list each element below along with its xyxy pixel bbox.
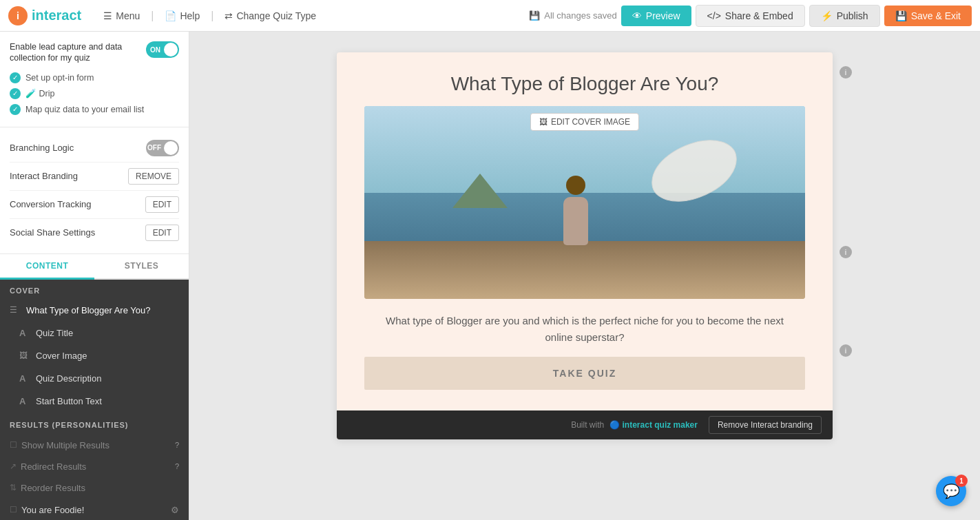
quiz-description: What type of Blogger are you and which i… bbox=[337, 299, 833, 357]
quiz-title-tree-label: What Type of Blogger Are You? bbox=[26, 305, 150, 315]
save-exit-button[interactable]: 💾 Save & Exit bbox=[884, 6, 972, 26]
quiz-card-title: What Type of Blogger Are You? bbox=[337, 52, 833, 106]
check-icon-3: ✓ bbox=[10, 104, 21, 115]
check-icon: ✓ bbox=[10, 72, 21, 83]
cover-image-edit-item[interactable]: 🖼 Cover Image bbox=[0, 344, 189, 367]
save-exit-icon: 💾 bbox=[895, 10, 907, 21]
main-layout: Enable lead capture and data collection … bbox=[0, 32, 980, 520]
interact-branding-label: Interact Branding bbox=[10, 171, 78, 181]
optin-label: Set up opt-in form bbox=[25, 73, 94, 83]
edit-social-button[interactable]: EDIT bbox=[145, 225, 179, 241]
change-quiz-type-button[interactable]: ⇄ Change Quiz Type bbox=[218, 7, 323, 25]
image-icon: 🖼 bbox=[539, 117, 548, 127]
menu-icon: ☰ bbox=[103, 10, 112, 21]
redirect-icon: ↗ bbox=[10, 461, 17, 471]
start-button-item-label: Start Button Text bbox=[36, 396, 102, 406]
content-style-tabs: CONTENT STYLES bbox=[0, 254, 189, 280]
quiz-description-edit-item[interactable]: A Quiz Description bbox=[0, 367, 189, 390]
info-dot-image[interactable]: i bbox=[840, 246, 852, 258]
bolt-icon: ⚡ bbox=[821, 10, 833, 21]
share-embed-button[interactable]: </> Share & Embed bbox=[696, 5, 805, 27]
brand-name: interact bbox=[32, 8, 81, 23]
main-content: What Type of Blogger Are You? bbox=[189, 32, 980, 520]
chat-notification-badge: 1 bbox=[955, 475, 968, 487]
cover-image-container: 🖼 EDIT COVER IMAGE bbox=[364, 106, 805, 299]
results-section: RESULTS (PERSONALITIES) ☐ Show Multiple … bbox=[0, 415, 189, 521]
toggle-off-label: OFF bbox=[147, 144, 161, 152]
conversion-tracking-label: Conversion Tracking bbox=[10, 199, 92, 209]
cover-section-header: COVER bbox=[0, 280, 189, 299]
redirect-help-icon[interactable]: ? bbox=[175, 462, 179, 470]
toggle-off-knob bbox=[164, 141, 178, 155]
top-nav: i interact ☰ Menu | 📄 Help | ⇄ Change Qu… bbox=[0, 0, 980, 32]
quiz-desc-letter-icon: A bbox=[19, 373, 30, 384]
remove-branding-button[interactable]: REMOVE bbox=[128, 168, 179, 185]
reorder-icon: ⇅ bbox=[10, 483, 17, 492]
quiz-title-item-label: Quiz Title bbox=[36, 328, 73, 338]
drag-icon: ☰ bbox=[10, 305, 21, 315]
publish-button[interactable]: ⚡ Publish bbox=[809, 5, 880, 27]
start-button-edit-item[interactable]: A Start Button Text bbox=[0, 390, 189, 413]
checkbox-icon: ☐ bbox=[10, 440, 17, 450]
branching-logic-toggle[interactable]: OFF bbox=[146, 140, 179, 156]
change-type-icon: ⇄ bbox=[225, 10, 233, 21]
cover-image bbox=[364, 106, 805, 299]
brand-icon: i bbox=[8, 6, 28, 25]
info-dot-title[interactable]: i bbox=[840, 66, 852, 79]
checklist-item-map[interactable]: ✓ Map quiz data to your email list bbox=[10, 104, 179, 115]
sidebar-settings-section: Branching Logic OFF Interact Branding RE… bbox=[0, 127, 189, 254]
take-quiz-button[interactable]: TAKE QUIZ bbox=[364, 357, 805, 390]
lead-capture-row: Enable lead capture and data collection … bbox=[10, 41, 179, 64]
tab-styles[interactable]: STYLES bbox=[94, 254, 189, 278]
checklist-item-drip[interactable]: ✓ 🧪 Drip bbox=[10, 88, 179, 99]
lead-capture-label: Enable lead capture and data collection … bbox=[10, 41, 140, 64]
lead-capture-toggle[interactable]: ON bbox=[146, 41, 179, 58]
quiz-card: What Type of Blogger Are You? bbox=[337, 52, 833, 439]
results-header: RESULTS (PERSONALITIES) bbox=[0, 415, 189, 435]
info-dot-desc[interactable]: i bbox=[840, 344, 852, 357]
interact-branding-row: Interact Branding REMOVE bbox=[10, 163, 179, 191]
save-icon: 💾 bbox=[529, 10, 540, 21]
menu-button[interactable]: ☰ Menu bbox=[96, 7, 147, 25]
conversion-tracking-row: Conversion Tracking EDIT bbox=[10, 191, 179, 219]
quiz-description-item-label: Quiz Description bbox=[36, 373, 101, 384]
preview-button[interactable]: 👁 Preview bbox=[621, 6, 691, 26]
you-are-foodie-item[interactable]: ☐ You are Foodie! ⚙ bbox=[0, 499, 189, 521]
chat-bubble-button[interactable]: 💬 1 bbox=[936, 476, 966, 506]
tab-content[interactable]: CONTENT bbox=[0, 254, 94, 280]
reorder-results-label: Reorder Results bbox=[21, 483, 85, 493]
branching-logic-label: Branching Logic bbox=[10, 143, 74, 153]
you-are-foodie-label: You are Foodie! bbox=[21, 505, 84, 515]
cover-image-item-label: Cover Image bbox=[36, 351, 87, 361]
edit-conversion-button[interactable]: EDIT bbox=[145, 196, 179, 213]
redirect-results-item[interactable]: ↗ Redirect Results ? bbox=[0, 456, 189, 477]
quiz-title-tree-item[interactable]: ☰ What Type of Blogger Are You? bbox=[0, 299, 189, 322]
gear-icon[interactable]: ⚙ bbox=[171, 505, 179, 515]
help-button[interactable]: 📄 Help bbox=[158, 7, 207, 25]
social-share-row: Social Share Settings EDIT bbox=[10, 219, 179, 247]
start-btn-letter-icon: A bbox=[19, 396, 30, 406]
show-multiple-label: Show Multiple Results bbox=[21, 440, 110, 450]
social-share-label: Social Share Settings bbox=[10, 227, 95, 238]
built-with-label: Built with bbox=[571, 420, 604, 430]
show-multiple-results-item[interactable]: ☐ Show Multiple Results ? bbox=[0, 435, 189, 456]
redirect-results-label: Redirect Results bbox=[21, 461, 86, 472]
code-icon: </> bbox=[707, 10, 721, 21]
edit-cover-image-button[interactable]: 🖼 EDIT COVER IMAGE bbox=[530, 113, 639, 131]
map-label: Map quiz data to your email list bbox=[25, 105, 144, 114]
eye-icon: 👁 bbox=[632, 10, 642, 21]
show-multiple-help-icon[interactable]: ? bbox=[175, 441, 179, 449]
drip-label: 🧪 Drip bbox=[25, 88, 54, 98]
branching-logic-row: Branching Logic OFF bbox=[10, 134, 179, 163]
interact-logo-small: 🔵 interact quiz maker bbox=[609, 420, 698, 430]
quiz-title-edit-item[interactable]: A Quiz Title bbox=[0, 322, 189, 344]
quiz-title-letter-icon: A bbox=[19, 328, 30, 338]
sidebar-tree: COVER ☰ What Type of Blogger Are You? A … bbox=[0, 280, 189, 521]
checklist-item-optin[interactable]: ✓ Set up opt-in form bbox=[10, 72, 179, 83]
remove-branding-button-card[interactable]: Remove Interact branding bbox=[709, 416, 822, 434]
sidebar: Enable lead capture and data collection … bbox=[0, 32, 189, 520]
reorder-results-item[interactable]: ⇅ Reorder Results bbox=[0, 477, 189, 499]
brand-logo[interactable]: i interact bbox=[8, 6, 81, 25]
quiz-card-wrapper: What Type of Blogger Are You? bbox=[337, 52, 833, 439]
toggle-knob bbox=[164, 43, 178, 56]
